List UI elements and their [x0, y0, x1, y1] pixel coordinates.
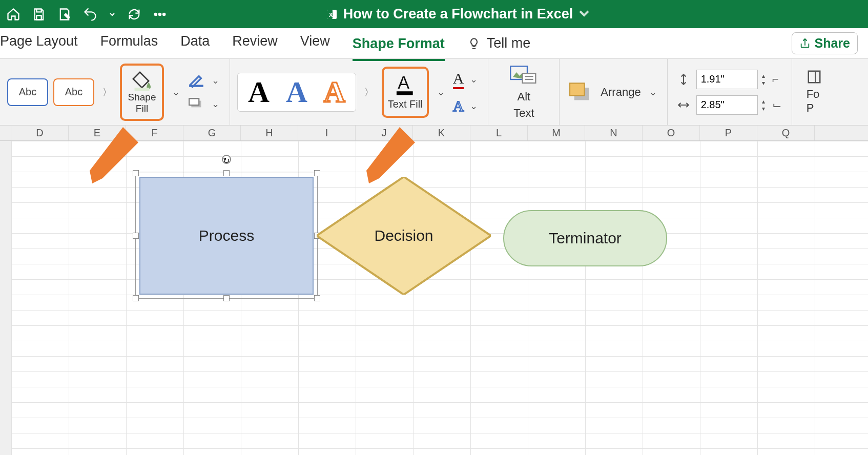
- height-spinner[interactable]: ▴▾: [762, 72, 765, 87]
- col-header[interactable]: Q: [757, 126, 815, 140]
- shape-styles-group: Abc Abc 〉 Shape Fill ⌄ ⌄ ⌄: [0, 59, 230, 125]
- arrange-button[interactable]: Arrange ⌄: [567, 81, 659, 104]
- svg-text:X: X: [329, 12, 333, 18]
- shape-width-input[interactable]: [696, 95, 758, 115]
- share-label: Share: [815, 36, 850, 51]
- text-outline-button[interactable]: A ⌄: [453, 70, 481, 89]
- text-fill-label: Text Fill: [388, 98, 423, 110]
- shape-style-preset-2[interactable]: Abc: [53, 78, 94, 106]
- resize-handle-ne[interactable]: [314, 170, 320, 176]
- decision-shape-label: Decision: [374, 227, 433, 244]
- terminator-shape-label: Terminator: [549, 230, 622, 247]
- alt-text-button[interactable]: Alt Text: [495, 65, 552, 120]
- shape-outline-button[interactable]: ⌄: [188, 73, 222, 88]
- share-icon: [799, 38, 811, 49]
- col-header[interactable]: D: [11, 126, 69, 140]
- title-chevron-icon: [578, 7, 590, 22]
- col-header[interactable]: M: [528, 126, 585, 140]
- terminator-shape[interactable]: Terminator: [503, 210, 667, 266]
- quick-access-toolbar: [6, 7, 167, 22]
- col-header[interactable]: N: [585, 126, 643, 140]
- arrange-icon: [567, 81, 595, 104]
- col-header[interactable]: G: [183, 126, 241, 140]
- shape-effects-icon: [188, 96, 205, 112]
- shape-fill-label-2: Fill: [136, 103, 148, 114]
- alt-text-label-1: Alt: [518, 90, 531, 104]
- refresh-icon[interactable]: [127, 7, 141, 22]
- anchor-br-icon: ⌙: [769, 98, 784, 112]
- wordart-styles-group: A A A 〉 A Text Fill ⌄ A ⌄ A ⌄: [230, 59, 488, 125]
- column-headers: D E F G H I J K L M N O P Q: [11, 126, 868, 141]
- format-pane-icon: [807, 69, 822, 85]
- process-shape-label: Process: [199, 227, 254, 244]
- svg-point-1: [159, 13, 161, 15]
- text-fill-button[interactable]: A Text Fill: [382, 67, 429, 118]
- tab-data[interactable]: Data: [180, 30, 210, 56]
- format-pane-group: Fo P: [792, 59, 829, 125]
- resize-handle-sw[interactable]: [133, 295, 139, 301]
- process-shape[interactable]: Process: [139, 177, 314, 295]
- wordart-preset-3[interactable]: A: [324, 77, 345, 107]
- col-header[interactable]: L: [470, 126, 528, 140]
- format-pane-button[interactable]: Fo P: [799, 69, 822, 115]
- svg-rect-18: [808, 71, 820, 83]
- text-effects-button[interactable]: A ⌄: [453, 97, 481, 115]
- shape-outline-icon: [188, 73, 205, 88]
- tell-me-label: Tell me: [487, 35, 531, 51]
- resize-handle-se[interactable]: [314, 295, 320, 301]
- wordart-preset-2[interactable]: A: [286, 77, 307, 107]
- more-icon[interactable]: [153, 7, 167, 22]
- col-header[interactable]: I: [298, 126, 356, 140]
- width-spinner[interactable]: ▴▾: [762, 98, 765, 112]
- wordart-preset-1[interactable]: A: [248, 77, 270, 107]
- tab-review[interactable]: Review: [232, 30, 278, 56]
- tab-view[interactable]: View: [300, 30, 330, 56]
- save-as-icon[interactable]: [57, 7, 72, 22]
- row-headers[interactable]: [0, 141, 11, 455]
- col-header[interactable]: K: [413, 126, 470, 140]
- tab-shape-format[interactable]: Shape Format: [353, 33, 445, 61]
- tab-page-layout[interactable]: Page Layout: [0, 30, 78, 56]
- undo-icon[interactable]: [83, 7, 97, 22]
- share-button[interactable]: Share: [792, 32, 858, 54]
- save-icon[interactable]: [32, 7, 46, 22]
- arrange-group: Arrange ⌄: [560, 59, 667, 125]
- svg-rect-9: [189, 98, 199, 105]
- worksheet-grid[interactable]: ↻ Process Decision Terminator: [11, 141, 868, 455]
- col-header[interactable]: P: [700, 126, 757, 140]
- col-header[interactable]: O: [643, 126, 700, 140]
- text-fill-icon: A: [394, 74, 417, 96]
- document-title-area[interactable]: X How to Create a Flowchart in Excel: [167, 6, 749, 22]
- resize-handle-s[interactable]: [223, 295, 230, 301]
- rotate-handle[interactable]: ↻: [222, 155, 231, 164]
- shape-styles-more-icon[interactable]: 〉: [99, 86, 115, 98]
- wordart-gallery[interactable]: A A A: [237, 73, 356, 112]
- shape-fill-button[interactable]: Shape Fill: [120, 64, 164, 121]
- svg-marker-20: [90, 127, 138, 183]
- svg-point-2: [163, 13, 165, 15]
- tell-me[interactable]: Tell me: [467, 35, 531, 51]
- wordart-more-icon[interactable]: 〉: [361, 86, 377, 98]
- shape-height-input[interactable]: [696, 70, 758, 89]
- anchor-tr-icon: ⌐: [769, 73, 782, 86]
- text-fill-dropdown-icon[interactable]: ⌄: [434, 87, 448, 98]
- undo-dropdown-icon[interactable]: [109, 7, 116, 22]
- excel-file-icon: X: [326, 8, 338, 20]
- shape-style-preset-1[interactable]: Abc: [7, 78, 48, 106]
- document-title: How to Create a Flowchart in Excel: [343, 6, 573, 22]
- decision-shape[interactable]: Decision: [317, 177, 491, 295]
- col-header[interactable]: H: [241, 126, 298, 140]
- home-icon[interactable]: [6, 7, 20, 22]
- tab-formulas[interactable]: Formulas: [100, 30, 158, 56]
- size-group: ▴▾ ⌐ ▴▾ ⌙: [668, 59, 792, 125]
- svg-rect-17: [570, 83, 585, 95]
- svg-rect-11: [397, 91, 413, 95]
- svg-point-0: [155, 13, 157, 15]
- resize-handle-w[interactable]: [133, 233, 139, 239]
- resize-handle-n[interactable]: [223, 170, 230, 176]
- select-all-corner[interactable]: [0, 126, 11, 141]
- shape-fill-dropdown-icon[interactable]: ⌄: [169, 87, 183, 98]
- width-icon: [675, 98, 692, 112]
- shape-effects-button[interactable]: ⌄: [188, 96, 222, 112]
- text-outline-icon: A: [453, 70, 464, 89]
